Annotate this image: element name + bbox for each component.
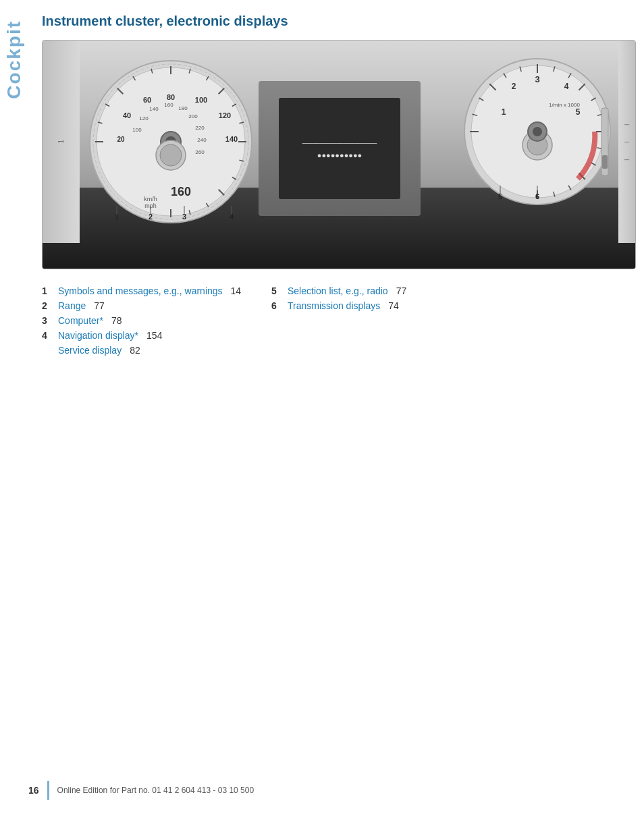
svg-text:5: 5: [576, 107, 581, 117]
svg-text:4: 4: [564, 82, 569, 91]
legend-item-4: 4 Navigation display* 154: [42, 330, 244, 341]
legend-page-4-indent: 82: [130, 345, 140, 356]
svg-text:40: 40: [123, 111, 131, 119]
legend-num-5: 5: [271, 285, 282, 296]
legend-link-4[interactable]: Navigation display*: [58, 330, 138, 341]
legend-link-3[interactable]: Computer*: [58, 315, 103, 326]
page-title: Instrument cluster, electronic displays: [42, 13, 624, 29]
legend-item-5: 5 Selection list, e.g., radio 77: [271, 285, 474, 296]
footer-divider: [47, 781, 49, 800]
svg-text:140: 140: [149, 106, 159, 112]
svg-text:100: 100: [132, 127, 142, 133]
svg-text:180: 180: [178, 105, 188, 111]
svg-text:2: 2: [512, 82, 516, 91]
legend-link-5[interactable]: Selection list, e.g., radio: [288, 285, 388, 296]
svg-point-45: [533, 127, 542, 136]
sidebar-label: Cockpit: [3, 20, 25, 99]
svg-text:200: 200: [188, 113, 198, 119]
svg-text:60: 60: [143, 96, 151, 104]
speedometer-gauge: 80 100 60 40 20 120 140 100 120 140 160 …: [83, 54, 259, 229]
svg-text:260: 260: [195, 149, 205, 155]
legend-link-1[interactable]: Symbols and messages, e.g., warnings: [58, 285, 223, 296]
footer-text: Online Edition for Part no. 01 41 2 604 …: [57, 786, 254, 795]
legend-page-4: 154: [146, 330, 162, 341]
svg-text:120: 120: [219, 111, 231, 119]
legend-page-1: 14: [231, 285, 242, 296]
legend-item-4-indent: Service display 82: [42, 345, 244, 356]
legend-link-6[interactable]: Transmission displays: [288, 300, 380, 311]
svg-rect-51: [602, 155, 608, 169]
legend-num-4: 4: [42, 330, 53, 341]
legend-item-6: 6 Transmission displays 74: [271, 300, 474, 311]
sidebar: Cockpit: [0, 0, 28, 820]
svg-text:120: 120: [139, 115, 149, 121]
legend-item-3: 3 Computer* 78: [42, 315, 244, 326]
legend-page-2: 77: [94, 300, 105, 311]
svg-text:20: 20: [117, 136, 125, 143]
footer-page-number: 16: [28, 785, 39, 796]
legend-num-3: 3: [42, 315, 53, 326]
legend-item-1: 1 Symbols and messages, e.g., warnings 1…: [42, 285, 244, 296]
svg-text:220: 220: [195, 125, 205, 131]
main-content: Instrument cluster, electronic displays …: [28, 0, 644, 376]
svg-text:3: 3: [535, 74, 539, 84]
svg-text:1: 1: [502, 107, 506, 117]
legend-num-2: 2: [42, 300, 53, 311]
legend-container: 1 Symbols and messages, e.g., warnings 1…: [42, 285, 624, 356]
svg-text:1/min x 1000: 1/min x 1000: [549, 102, 580, 108]
legend-page-5: 77: [396, 285, 407, 296]
svg-text:80: 80: [167, 93, 175, 101]
svg-text:km/h: km/h: [144, 196, 157, 202]
legend-right-col: 5 Selection list, e.g., radio 77 6 Trans…: [271, 285, 474, 356]
cluster-image: 80 100 60 40 20 120 140 100 120 140 160 …: [42, 40, 636, 269]
page-footer: 16 Online Edition for Part no. 01 41 2 6…: [28, 781, 624, 800]
rpm-gauge: 3 2 1 4 5 1/min x 1000: [460, 54, 615, 209]
legend-item-2: 2 Range 77: [42, 300, 244, 311]
svg-text:100: 100: [195, 96, 207, 104]
legend-num-1: 1: [42, 285, 53, 296]
legend-link-2[interactable]: Range: [58, 300, 86, 311]
legend-left-col: 1 Symbols and messages, e.g., warnings 1…: [42, 285, 244, 356]
legend-page-6: 74: [388, 300, 399, 311]
svg-point-25: [160, 144, 182, 166]
legend-page-3: 78: [111, 315, 122, 326]
svg-text:160: 160: [171, 185, 191, 198]
svg-text:160: 160: [164, 102, 173, 108]
legend-link-4-indent[interactable]: Service display: [58, 345, 122, 356]
legend-num-6: 6: [271, 300, 282, 311]
svg-text:140: 140: [225, 135, 238, 143]
svg-text:240: 240: [197, 137, 207, 143]
